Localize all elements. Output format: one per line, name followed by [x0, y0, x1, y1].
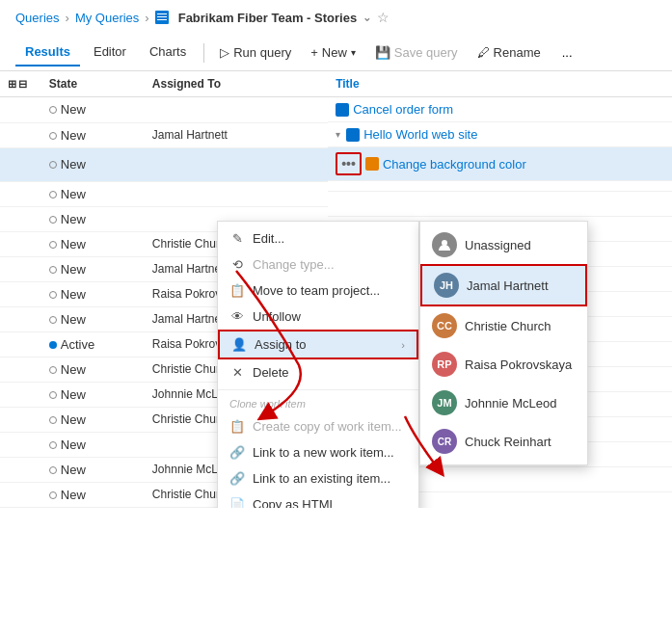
- breadcrumb-sep2: ›: [145, 11, 148, 25]
- row-state: New: [41, 482, 145, 507]
- row-state: New: [41, 357, 145, 382]
- table-row: New: [0, 181, 672, 206]
- favorite-star-icon[interactable]: ☆: [377, 10, 390, 25]
- col-header-state[interactable]: State: [41, 71, 145, 97]
- assign-to-label: Assign to: [255, 337, 306, 352]
- chuck-avatar: CR: [432, 429, 457, 454]
- work-item-title-link[interactable]: Change background color: [383, 157, 526, 172]
- johnnie-name: Johnnie McLeod: [465, 396, 556, 411]
- chuck-name: Chuck Reinhart: [465, 435, 551, 449]
- row-state: New: [41, 432, 145, 457]
- unfollow-icon: 👁: [229, 309, 245, 324]
- rename-icon: 🖊: [477, 45, 490, 60]
- row-expand: [0, 306, 41, 331]
- assign-user-jamal[interactable]: JHJamal Hartnett: [420, 264, 587, 306]
- assign-user-raisa[interactable]: RPRaisa Pokrovskaya: [420, 345, 587, 384]
- breadcrumb-my-queries[interactable]: My Queries: [75, 11, 139, 25]
- tab-results[interactable]: Results: [15, 39, 80, 66]
- row-state: New: [41, 281, 145, 306]
- raisa-name: Raisa Pokrovskaya: [465, 358, 572, 372]
- link-new-icon: 🔗: [229, 445, 245, 460]
- row-expand: [0, 122, 41, 147]
- row-title: •••Change background color: [328, 147, 672, 181]
- row-state: New: [41, 382, 145, 407]
- row-expand: [0, 382, 41, 407]
- row-expand: [0, 181, 41, 206]
- chevron-down-icon[interactable]: ⌄: [363, 12, 371, 24]
- row-title: [328, 181, 672, 192]
- row-context-menu-button[interactable]: •••: [336, 152, 362, 175]
- table-row: NewCancel order form: [0, 97, 672, 123]
- work-item-title-link[interactable]: Hello World web site: [363, 127, 477, 142]
- tab-charts[interactable]: Charts: [140, 39, 196, 66]
- christie-avatar: CC: [432, 313, 457, 338]
- run-query-button[interactable]: ▷ Run query: [212, 41, 299, 64]
- col-expand: ⊞⊟: [0, 71, 41, 97]
- toolbar: Results Editor Charts ▷ Run query + New …: [0, 35, 672, 71]
- menu-item-delete[interactable]: ✕Delete: [218, 359, 418, 385]
- menu-item-move-to[interactable]: 📋Move to team project...: [218, 278, 418, 304]
- copy-html-icon: 📄: [229, 497, 245, 508]
- unassigned-avatar: [432, 232, 457, 257]
- save-query-button[interactable]: 💾 Save query: [367, 41, 466, 64]
- row-assigned: [145, 147, 328, 181]
- menu-item-link-existing[interactable]: 🔗Link to an existing item...: [218, 465, 418, 491]
- change-type-icon: ⟲: [229, 257, 245, 272]
- col-header-title[interactable]: Title: [328, 71, 672, 97]
- row-expand: [0, 407, 41, 432]
- row-expand: [0, 206, 41, 231]
- menu-item-copy-html[interactable]: 📄Copy as HTML: [218, 491, 418, 508]
- move-to-icon: 📋: [229, 283, 245, 298]
- tab-editor[interactable]: Editor: [84, 39, 136, 66]
- row-expand: [0, 457, 41, 482]
- row-expand: [0, 482, 41, 507]
- row-expand: [0, 231, 41, 256]
- run-icon: ▷: [220, 45, 229, 60]
- work-item-title-link[interactable]: Cancel order form: [353, 102, 453, 117]
- link-existing-label: Link to an existing item...: [253, 471, 390, 486]
- move-to-label: Move to team project...: [253, 283, 380, 298]
- johnnie-avatar: JM: [432, 390, 457, 415]
- menu-item-edit[interactable]: ✎Edit...: [218, 225, 418, 252]
- unfollow-label: Unfollow: [253, 309, 301, 324]
- row-assigned: Jamal Hartnett: [145, 122, 328, 147]
- assign-user-chuck[interactable]: CRChuck Reinhart: [420, 422, 587, 461]
- breadcrumb-queries[interactable]: Queries: [15, 11, 60, 25]
- row-state: New: [41, 122, 145, 147]
- row-assigned: [145, 181, 328, 206]
- create-copy-label: Create copy of work item...: [253, 419, 402, 434]
- breadcrumb: Queries › My Queries › Fabrikam Fiber Te…: [0, 0, 672, 35]
- expand-arrow-icon[interactable]: ▾: [336, 129, 340, 140]
- row-expand: [0, 331, 41, 357]
- assign-user-johnnie[interactable]: JMJohnnie McLeod: [420, 384, 587, 422]
- raisa-avatar: RP: [432, 352, 457, 377]
- assign-user-christie[interactable]: CCChristie Church: [420, 306, 587, 345]
- christie-name: Christie Church: [465, 319, 551, 333]
- row-state: New: [41, 206, 145, 231]
- row-state: New: [41, 231, 145, 256]
- menu-item-link-new[interactable]: 🔗Link to a new work item...: [218, 439, 418, 465]
- new-button[interactable]: + New ▾: [303, 41, 363, 64]
- context-menu: ✎Edit...⟲Change type...📋Move to team pro…: [217, 221, 419, 508]
- unassigned-name: Unassigned: [465, 238, 531, 252]
- row-expand: [0, 97, 41, 123]
- more-options-button[interactable]: ...: [556, 41, 578, 64]
- copy-html-label: Copy as HTML: [253, 497, 336, 508]
- col-header-assigned[interactable]: Assigned To: [145, 71, 328, 97]
- row-expand: [0, 147, 41, 181]
- row-title: [328, 206, 672, 217]
- breadcrumb-current: Fabrikam Fiber Team - Stories ⌄: [178, 11, 371, 25]
- edit-icon: ✎: [229, 231, 245, 246]
- assign-user-unassigned[interactable]: Unassigned: [420, 225, 587, 264]
- menu-item-create-copy: 📋Create copy of work item...: [218, 413, 418, 439]
- menu-item-assign-to[interactable]: 👤Assign to›: [218, 330, 418, 359]
- row-state: New: [41, 256, 145, 281]
- row-expand: [0, 357, 41, 382]
- bug-icon: [365, 157, 379, 171]
- link-new-label: Link to a new work item...: [253, 445, 394, 460]
- edit-label: Edit...: [253, 231, 284, 246]
- jamal-name: Jamal Hartnett: [467, 278, 549, 293]
- menu-item-unfollow[interactable]: 👁Unfollow: [218, 304, 418, 330]
- story-icon: [336, 103, 349, 117]
- rename-button[interactable]: 🖊 Rename: [470, 41, 549, 64]
